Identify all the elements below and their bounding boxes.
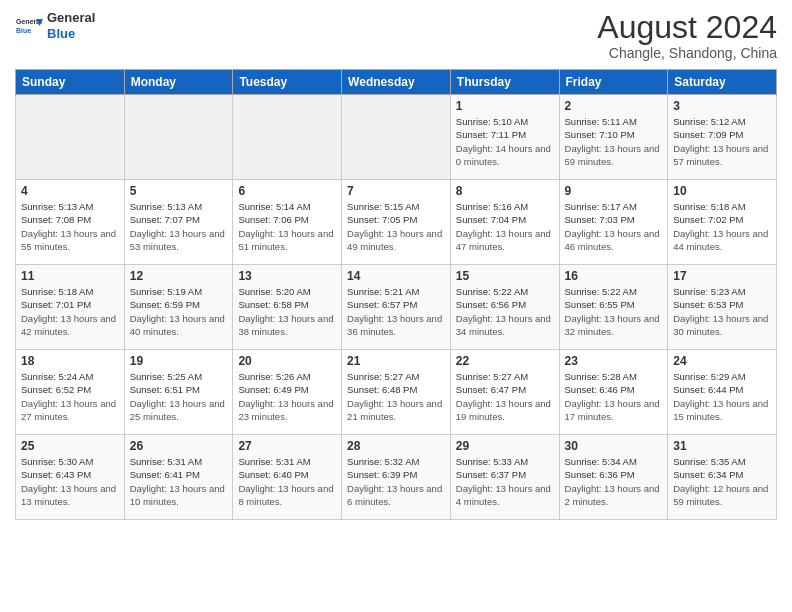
calendar-day: 24Sunrise: 5:29 AMSunset: 6:44 PMDayligh… bbox=[668, 350, 777, 435]
daylight-label: Daylight: 13 hours and 17 minutes. bbox=[565, 398, 660, 422]
daylight-label: Daylight: 13 hours and 57 minutes. bbox=[673, 143, 768, 167]
day-info: Sunrise: 5:22 AMSunset: 6:56 PMDaylight:… bbox=[456, 285, 554, 338]
calendar-header-row: Sunday Monday Tuesday Wednesday Thursday… bbox=[16, 70, 777, 95]
calendar-day: 14Sunrise: 5:21 AMSunset: 6:57 PMDayligh… bbox=[342, 265, 451, 350]
calendar-day bbox=[124, 95, 233, 180]
day-number: 10 bbox=[673, 184, 771, 198]
calendar-day: 11Sunrise: 5:18 AMSunset: 7:01 PMDayligh… bbox=[16, 265, 125, 350]
svg-rect-0 bbox=[15, 12, 43, 40]
day-number: 9 bbox=[565, 184, 663, 198]
calendar-day: 13Sunrise: 5:20 AMSunset: 6:58 PMDayligh… bbox=[233, 265, 342, 350]
day-info: Sunrise: 5:35 AMSunset: 6:34 PMDaylight:… bbox=[673, 455, 771, 508]
day-info: Sunrise: 5:26 AMSunset: 6:49 PMDaylight:… bbox=[238, 370, 336, 423]
daylight-label: Daylight: 13 hours and 40 minutes. bbox=[130, 313, 225, 337]
logo-icon: General Blue bbox=[15, 12, 43, 40]
header-sunday: Sunday bbox=[16, 70, 125, 95]
daylight-label: Daylight: 13 hours and 27 minutes. bbox=[21, 398, 116, 422]
calendar-day bbox=[342, 95, 451, 180]
calendar-day: 23Sunrise: 5:28 AMSunset: 6:46 PMDayligh… bbox=[559, 350, 668, 435]
day-number: 14 bbox=[347, 269, 445, 283]
calendar-day: 6Sunrise: 5:14 AMSunset: 7:06 PMDaylight… bbox=[233, 180, 342, 265]
daylight-label: Daylight: 13 hours and 47 minutes. bbox=[456, 228, 551, 252]
day-number: 29 bbox=[456, 439, 554, 453]
daylight-label: Daylight: 13 hours and 4 minutes. bbox=[456, 483, 551, 507]
day-info: Sunrise: 5:17 AMSunset: 7:03 PMDaylight:… bbox=[565, 200, 663, 253]
day-number: 5 bbox=[130, 184, 228, 198]
header-friday: Friday bbox=[559, 70, 668, 95]
svg-text:Blue: Blue bbox=[16, 27, 31, 34]
daylight-label: Daylight: 13 hours and 21 minutes. bbox=[347, 398, 442, 422]
day-info: Sunrise: 5:23 AMSunset: 6:53 PMDaylight:… bbox=[673, 285, 771, 338]
calendar-week-3: 11Sunrise: 5:18 AMSunset: 7:01 PMDayligh… bbox=[16, 265, 777, 350]
day-info: Sunrise: 5:18 AMSunset: 7:01 PMDaylight:… bbox=[21, 285, 119, 338]
daylight-label: Daylight: 13 hours and 19 minutes. bbox=[456, 398, 551, 422]
day-info: Sunrise: 5:30 AMSunset: 6:43 PMDaylight:… bbox=[21, 455, 119, 508]
day-info: Sunrise: 5:32 AMSunset: 6:39 PMDaylight:… bbox=[347, 455, 445, 508]
calendar-day: 9Sunrise: 5:17 AMSunset: 7:03 PMDaylight… bbox=[559, 180, 668, 265]
day-number: 19 bbox=[130, 354, 228, 368]
logo-general: General bbox=[47, 10, 95, 25]
calendar-day: 25Sunrise: 5:30 AMSunset: 6:43 PMDayligh… bbox=[16, 435, 125, 520]
day-number: 23 bbox=[565, 354, 663, 368]
calendar-day: 8Sunrise: 5:16 AMSunset: 7:04 PMDaylight… bbox=[450, 180, 559, 265]
daylight-label: Daylight: 13 hours and 38 minutes. bbox=[238, 313, 333, 337]
day-number: 24 bbox=[673, 354, 771, 368]
calendar-day: 31Sunrise: 5:35 AMSunset: 6:34 PMDayligh… bbox=[668, 435, 777, 520]
day-info: Sunrise: 5:16 AMSunset: 7:04 PMDaylight:… bbox=[456, 200, 554, 253]
day-info: Sunrise: 5:25 AMSunset: 6:51 PMDaylight:… bbox=[130, 370, 228, 423]
day-number: 26 bbox=[130, 439, 228, 453]
calendar-week-1: 1Sunrise: 5:10 AMSunset: 7:11 PMDaylight… bbox=[16, 95, 777, 180]
header-saturday: Saturday bbox=[668, 70, 777, 95]
logo: General Blue General Blue bbox=[15, 10, 95, 41]
day-number: 1 bbox=[456, 99, 554, 113]
day-number: 16 bbox=[565, 269, 663, 283]
daylight-label: Daylight: 12 hours and 59 minutes. bbox=[673, 483, 768, 507]
daylight-label: Daylight: 13 hours and 23 minutes. bbox=[238, 398, 333, 422]
calendar-day: 1Sunrise: 5:10 AMSunset: 7:11 PMDaylight… bbox=[450, 95, 559, 180]
day-number: 3 bbox=[673, 99, 771, 113]
day-info: Sunrise: 5:13 AMSunset: 7:07 PMDaylight:… bbox=[130, 200, 228, 253]
day-info: Sunrise: 5:20 AMSunset: 6:58 PMDaylight:… bbox=[238, 285, 336, 338]
calendar-week-5: 25Sunrise: 5:30 AMSunset: 6:43 PMDayligh… bbox=[16, 435, 777, 520]
day-number: 7 bbox=[347, 184, 445, 198]
day-info: Sunrise: 5:10 AMSunset: 7:11 PMDaylight:… bbox=[456, 115, 554, 168]
day-number: 31 bbox=[673, 439, 771, 453]
daylight-label: Daylight: 13 hours and 6 minutes. bbox=[347, 483, 442, 507]
daylight-label: Daylight: 13 hours and 2 minutes. bbox=[565, 483, 660, 507]
day-number: 18 bbox=[21, 354, 119, 368]
calendar-day: 21Sunrise: 5:27 AMSunset: 6:48 PMDayligh… bbox=[342, 350, 451, 435]
logo-blue: Blue bbox=[47, 26, 75, 41]
day-info: Sunrise: 5:15 AMSunset: 7:05 PMDaylight:… bbox=[347, 200, 445, 253]
day-info: Sunrise: 5:33 AMSunset: 6:37 PMDaylight:… bbox=[456, 455, 554, 508]
day-info: Sunrise: 5:11 AMSunset: 7:10 PMDaylight:… bbox=[565, 115, 663, 168]
day-number: 2 bbox=[565, 99, 663, 113]
day-info: Sunrise: 5:31 AMSunset: 6:41 PMDaylight:… bbox=[130, 455, 228, 508]
day-info: Sunrise: 5:27 AMSunset: 6:48 PMDaylight:… bbox=[347, 370, 445, 423]
daylight-label: Daylight: 13 hours and 36 minutes. bbox=[347, 313, 442, 337]
daylight-label: Daylight: 13 hours and 51 minutes. bbox=[238, 228, 333, 252]
day-info: Sunrise: 5:31 AMSunset: 6:40 PMDaylight:… bbox=[238, 455, 336, 508]
day-number: 30 bbox=[565, 439, 663, 453]
day-info: Sunrise: 5:13 AMSunset: 7:08 PMDaylight:… bbox=[21, 200, 119, 253]
calendar-week-4: 18Sunrise: 5:24 AMSunset: 6:52 PMDayligh… bbox=[16, 350, 777, 435]
day-number: 28 bbox=[347, 439, 445, 453]
daylight-label: Daylight: 13 hours and 34 minutes. bbox=[456, 313, 551, 337]
calendar-day: 19Sunrise: 5:25 AMSunset: 6:51 PMDayligh… bbox=[124, 350, 233, 435]
header-wednesday: Wednesday bbox=[342, 70, 451, 95]
day-number: 4 bbox=[21, 184, 119, 198]
calendar-day: 17Sunrise: 5:23 AMSunset: 6:53 PMDayligh… bbox=[668, 265, 777, 350]
calendar-day: 30Sunrise: 5:34 AMSunset: 6:36 PMDayligh… bbox=[559, 435, 668, 520]
day-info: Sunrise: 5:34 AMSunset: 6:36 PMDaylight:… bbox=[565, 455, 663, 508]
calendar-day: 22Sunrise: 5:27 AMSunset: 6:47 PMDayligh… bbox=[450, 350, 559, 435]
page-container: General Blue General Blue August 2024 Ch… bbox=[0, 0, 792, 525]
calendar-day: 4Sunrise: 5:13 AMSunset: 7:08 PMDaylight… bbox=[16, 180, 125, 265]
day-info: Sunrise: 5:22 AMSunset: 6:55 PMDaylight:… bbox=[565, 285, 663, 338]
daylight-label: Daylight: 13 hours and 30 minutes. bbox=[673, 313, 768, 337]
daylight-label: Daylight: 13 hours and 49 minutes. bbox=[347, 228, 442, 252]
calendar-day: 16Sunrise: 5:22 AMSunset: 6:55 PMDayligh… bbox=[559, 265, 668, 350]
day-info: Sunrise: 5:12 AMSunset: 7:09 PMDaylight:… bbox=[673, 115, 771, 168]
day-info: Sunrise: 5:28 AMSunset: 6:46 PMDaylight:… bbox=[565, 370, 663, 423]
day-number: 27 bbox=[238, 439, 336, 453]
day-number: 20 bbox=[238, 354, 336, 368]
daylight-label: Daylight: 13 hours and 25 minutes. bbox=[130, 398, 225, 422]
